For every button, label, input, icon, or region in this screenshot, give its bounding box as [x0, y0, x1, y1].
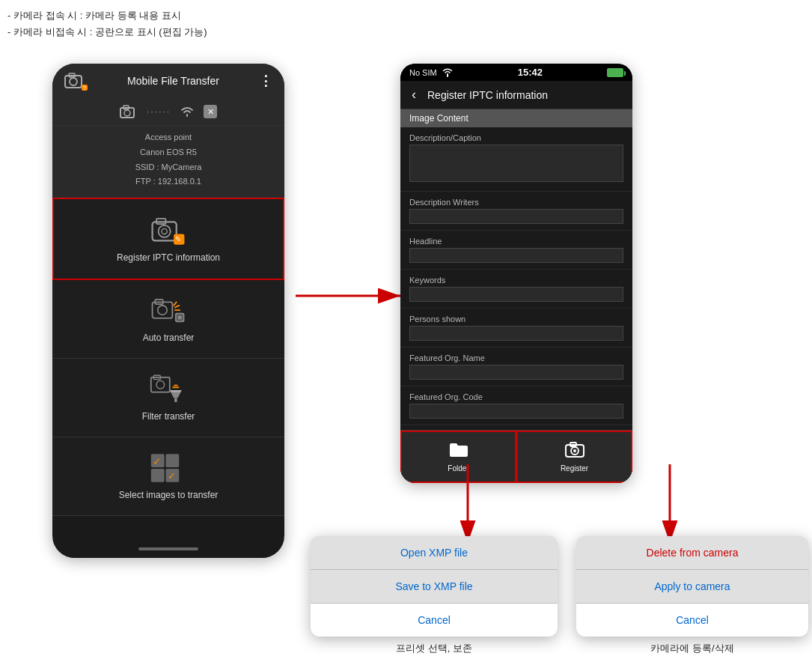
phone-left: ? Mobile File Transfer ⋮ ······ ✕ [52, 64, 284, 558]
featured-org-code-label: Featured Org. Code [409, 392, 623, 401]
folder-svg [449, 441, 468, 458]
auto-transfer-svg [150, 294, 187, 328]
register-icon [564, 441, 585, 461]
save-xmp-label: Save to XMP file [395, 580, 472, 592]
back-button[interactable]: ‹ [412, 87, 416, 103]
open-xmp-button[interactable]: Open XMP file [311, 536, 558, 570]
headline-input[interactable] [409, 248, 623, 263]
menu-item-select-images[interactable]: ✓ ✓ ✓ ✓ Select images to transfer [52, 437, 284, 516]
field-featured-org-name: Featured Org. Name [400, 347, 632, 386]
register-caption-text: 카메라에 등록/삭제 [650, 643, 733, 654]
status-bar: No SIM 15:42 [400, 64, 632, 81]
svg-text:✎: ✎ [175, 235, 181, 243]
apply-camera-label: Apply to camera [654, 580, 730, 592]
svg-text:✓: ✓ [168, 471, 176, 482]
menu-button[interactable]: ⋮ [259, 73, 273, 89]
folder-icon [449, 441, 468, 461]
svg-point-16 [158, 306, 168, 315]
field-persons-shown: Persons shown [400, 309, 632, 347]
connection-info: Access point Canon EOS R5 SSID : MyCamer… [52, 126, 284, 198]
register-arrow [659, 464, 681, 539]
folder-arrow [457, 464, 479, 539]
save-xmp-button[interactable]: Save to XMP file [311, 570, 558, 604]
no-sim-label: No SIM [409, 68, 437, 77]
home-indicator [138, 547, 198, 550]
svg-point-22 [178, 315, 182, 319]
image-content-header: Image Content [400, 109, 632, 127]
access-point-label: Access point [64, 130, 273, 145]
image-content-label: Image Content [409, 113, 468, 124]
select-images-label: Select images to transfer [119, 490, 219, 500]
iptc-content: Image Content Description/Caption Descri… [400, 109, 632, 430]
featured-org-name-input[interactable] [409, 365, 623, 380]
disconnect-button[interactable]: ✕ [204, 105, 217, 118]
menu-item-filter-transfer[interactable]: Filter transfer [52, 359, 284, 437]
dialog-register: Delete from camera Apply to camera Cance… [576, 536, 808, 637]
field-featured-org-code: Featured Org. Code [400, 386, 632, 425]
iptc-header: ‹ Register IPTC information [400, 81, 632, 109]
register-button[interactable]: Register [516, 431, 632, 483]
register-iptc-svg: ✎ [150, 213, 187, 248]
svg-marker-26 [171, 393, 181, 398]
svg-text:✓: ✓ [153, 471, 161, 482]
camera-name: Canon EOS R5 [64, 145, 273, 160]
connection-bar: ······ ✕ [52, 98, 284, 126]
svg-line-17 [174, 303, 177, 306]
svg-text:✓: ✓ [153, 457, 161, 467]
svg-line-18 [175, 306, 179, 308]
field-keywords: Keywords [400, 270, 632, 309]
description-writers-label: Description Writers [409, 198, 623, 207]
persons-shown-input[interactable] [409, 326, 623, 341]
persons-shown-label: Persons shown [409, 315, 623, 324]
description-caption-input[interactable] [409, 145, 623, 182]
logo-icon: ? [64, 71, 88, 91]
svg-text:?: ? [83, 85, 86, 91]
register-cancel-button[interactable]: Cancel [576, 604, 808, 637]
dialog-folder: Open XMP file Save to XMP file Cancel [311, 536, 558, 637]
open-xmp-label: Open XMP file [400, 547, 468, 559]
field-headline: Headline [400, 231, 632, 270]
register-iptc-icon: ✎ [150, 215, 187, 246]
filter-transfer-icon [150, 374, 187, 405]
svg-text:✓: ✓ [168, 457, 176, 467]
description-writers-input[interactable] [409, 209, 623, 224]
ftp-address: FTP : 192.168.0.1 [64, 174, 273, 189]
iptc-bottom-bar: Folder Register [400, 430, 632, 483]
filter-transfer-label: Filter transfer [142, 411, 195, 422]
ssid: SSID : MyCamera [64, 160, 273, 175]
menu-item-auto-transfer[interactable]: Auto transfer [52, 280, 284, 359]
folder-cancel-label: Cancel [418, 614, 451, 626]
description-caption-label: Description/Caption [409, 133, 623, 142]
battery-icon [607, 68, 623, 77]
select-images-svg: ✓ ✓ ✓ ✓ [150, 451, 187, 485]
svg-point-25 [156, 381, 165, 389]
delete-from-camera-button[interactable]: Delete from camera [576, 536, 808, 570]
svg-point-44 [573, 449, 576, 452]
field-description-writers: Description Writers [400, 192, 632, 231]
field-description-caption: Description/Caption [400, 127, 632, 192]
register-cancel-label: Cancel [676, 614, 709, 626]
folder-cancel-button[interactable]: Cancel [311, 604, 558, 637]
top-description: - 카메라 접속 시 : 카메라 등록 내용 표시 - 카메라 비접속 시 : … [7, 7, 207, 40]
auto-transfer-icon [150, 295, 187, 327]
register-iptc-label: Register IPTC information [117, 252, 220, 263]
featured-org-code-input[interactable] [409, 404, 623, 419]
apply-to-camera-button[interactable]: Apply to camera [576, 570, 808, 604]
headline-label: Headline [409, 237, 623, 246]
menu-item-register-iptc[interactable]: ✎ Register IPTC information [52, 198, 284, 280]
keywords-input[interactable] [409, 287, 623, 302]
top-text-line2: - 카메라 비접속 시 : 공란으로 표시 (편집 가능) [7, 24, 207, 40]
signal-icon [442, 68, 454, 77]
wifi-icon [180, 106, 195, 118]
auto-transfer-label: Auto transfer [143, 332, 195, 343]
svg-marker-27 [170, 390, 182, 393]
svg-point-10 [159, 225, 171, 237]
phone-bottom-bar [52, 540, 284, 558]
iptc-title: Register IPTC information [427, 89, 548, 101]
phone-right: No SIM 15:42 ‹ Register IPTC information… [400, 64, 632, 483]
filter-transfer-svg [150, 372, 187, 407]
delete-camera-label: Delete from camera [647, 547, 739, 559]
main-arrow [296, 281, 412, 311]
camera-icon [120, 104, 138, 119]
folder-caption-text: 프리셋 선택, 보존 [396, 643, 472, 654]
